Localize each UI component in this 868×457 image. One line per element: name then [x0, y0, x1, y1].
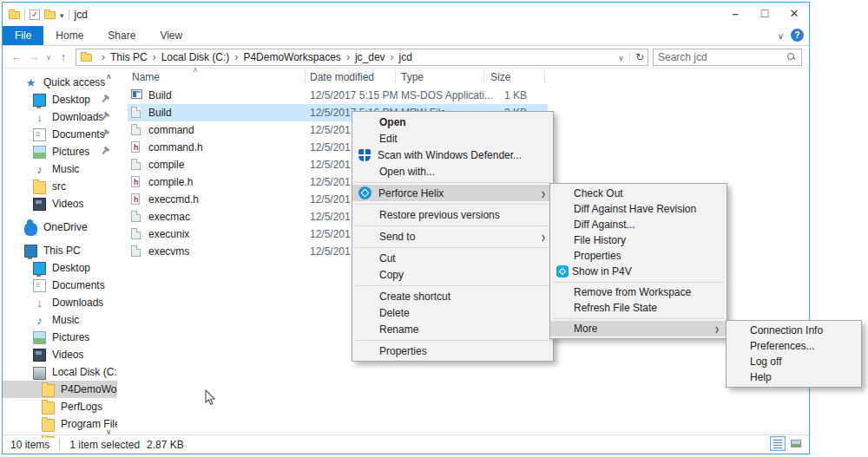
sidebar-item[interactable]: Local Disk (C:)	[3, 363, 117, 381]
breadcrumb-item[interactable]: Local Disk (C:)	[148, 51, 230, 63]
sidebar-item[interactable]: Documents	[3, 277, 117, 294]
ribbon-tab[interactable]: Share	[95, 26, 148, 45]
address-dropdown-chevron-icon[interactable]	[618, 51, 624, 63]
properties-check-icon[interactable]	[30, 10, 40, 20]
submenu-item[interactable]: Refresh File State ›	[550, 300, 727, 316]
menu-item-label: Scan with Windows Defender...	[378, 149, 522, 161]
sidebar-item[interactable]: P4DemoWorks	[3, 381, 117, 398]
ribbon-tab[interactable]: View	[148, 26, 194, 45]
refresh-icon[interactable]	[635, 51, 644, 63]
address-bar-controls	[618, 49, 644, 65]
sidebar-item[interactable]: OneDrive	[3, 219, 117, 236]
file-name: command	[148, 124, 194, 136]
context-menu-item[interactable]: Restore previous versions ›	[352, 206, 553, 223]
submenu-item[interactable]: File History ›	[550, 232, 727, 248]
sidebar-item[interactable]: Pictures	[3, 143, 117, 160]
sidebar-item[interactable]: Videos	[3, 195, 117, 212]
context-menu: Open › Edit › Scan with Windows Defender…	[352, 111, 554, 362]
address-bar[interactable]: This PC Local Disk (C:) P4DemoWorkspaces…	[76, 49, 648, 66]
context-menu-item[interactable]: Scan with Windows Defender... ›	[352, 147, 553, 163]
sidebar-item[interactable]: Pictures	[3, 329, 117, 346]
msdos-app-icon	[131, 89, 142, 99]
file-size: 1 KB	[466, 89, 527, 101]
submenu-item[interactable]: Log off ›	[727, 354, 861, 369]
column-divider[interactable]	[395, 70, 396, 83]
computer-icon	[24, 245, 37, 258]
file-date: 12/5/2017 5:15 PM	[310, 89, 398, 101]
context-menu-item[interactable]: Perforce Helix ›	[352, 185, 553, 201]
up-button[interactable]: ↑	[55, 50, 72, 63]
no-icon	[358, 306, 372, 320]
column-divider[interactable]	[305, 70, 306, 83]
submenu-item[interactable]: Preferences... ›	[727, 338, 861, 354]
customize-qat-chevron-icon[interactable]	[60, 9, 64, 21]
search-box[interactable]	[653, 49, 802, 66]
sidebar-item[interactable]: Desktop	[3, 91, 117, 108]
sidebar-item[interactable]: Desktop	[3, 259, 117, 277]
sidebar-item[interactable]: This PC	[3, 242, 117, 259]
sidebar-item[interactable]: src	[3, 178, 117, 195]
sidebar-item[interactable]: Downloads	[3, 294, 117, 311]
context-menu-item[interactable]: Rename ›	[352, 321, 553, 337]
sidebar-item[interactable]: PerfLogs	[3, 398, 117, 415]
submenu-item[interactable]: Help ›	[727, 369, 861, 385]
submenu-item[interactable]: Connection Info ›	[727, 323, 861, 338]
new-folder-icon[interactable]	[44, 11, 56, 19]
context-menu-item[interactable]: Edit ›	[352, 130, 553, 147]
sidebar-item[interactable]: Program Files	[3, 415, 117, 433]
recent-locations-chevron-icon[interactable]: ∨	[43, 53, 55, 62]
maximize-button[interactable]	[750, 3, 779, 23]
sidebar-item[interactable]: Videos	[3, 346, 117, 363]
submenu-item[interactable]: More ›	[550, 321, 727, 336]
context-menu-item[interactable]: Properties ›	[352, 343, 553, 359]
back-button[interactable]: ←	[8, 50, 25, 63]
close-button[interactable]	[779, 3, 809, 23]
context-menu-item[interactable]: Send to ›	[352, 228, 553, 245]
sidebar-item[interactable]: Documents	[3, 126, 117, 143]
breadcrumb-label: P4DemoWorkspaces	[243, 51, 341, 63]
file-icon	[131, 159, 141, 170]
ribbon-tab[interactable]: File	[3, 26, 43, 45]
submenu-item[interactable]: Remove from Workspace ›	[550, 284, 727, 300]
forward-button[interactable]: →	[25, 50, 43, 63]
column-header-size[interactable]: Size	[490, 71, 510, 83]
no-icon	[358, 115, 372, 129]
context-menu-item[interactable]: Create shortcut ›	[352, 288, 553, 304]
help-icon[interactable]: ?	[791, 29, 804, 42]
details-view-button[interactable]	[770, 436, 786, 451]
column-divider[interactable]	[544, 70, 545, 83]
minimize-button[interactable]	[720, 3, 750, 23]
video-icon	[33, 198, 46, 211]
search-input[interactable]	[658, 50, 779, 64]
no-icon	[358, 251, 372, 265]
thumbnails-view-button[interactable]	[788, 436, 804, 451]
submenu-item[interactable]: Diff Against Have Revision ›	[550, 201, 727, 217]
file-row[interactable]: Build 12/5/2017 5:15 PM MS-DOS Applicati…	[128, 87, 548, 104]
context-menu-item[interactable]: Cut ›	[352, 250, 553, 266]
submenu-item[interactable]: Properties ›	[550, 248, 727, 264]
breadcrumb-item[interactable]: This PC	[96, 51, 148, 63]
sidebar-item[interactable]: Quick access	[3, 74, 117, 91]
context-menu-item[interactable]: Copy ›	[352, 266, 553, 283]
expand-ribbon-chevron-icon[interactable]	[778, 29, 784, 42]
submenu-item[interactable]: Check Out ›	[550, 186, 727, 201]
breadcrumb-item[interactable]: jcd	[385, 51, 412, 63]
context-menu-item[interactable]: Open with... ›	[352, 163, 553, 180]
search-icon[interactable]	[787, 53, 796, 62]
sidebar-item[interactable]: Downloads	[3, 108, 117, 126]
column-header-date[interactable]: Date modified	[310, 71, 374, 83]
context-menu-item[interactable]: Delete ›	[352, 304, 553, 321]
column-header-type[interactable]: Type	[401, 71, 424, 83]
sidebar-item[interactable]: Music	[3, 311, 117, 329]
details-view-icon	[773, 440, 782, 448]
breadcrumb-item[interactable]: jc_dev	[341, 51, 385, 63]
context-menu-item[interactable]: Open ›	[352, 114, 553, 130]
submenu-item[interactable]: Diff Against... ›	[550, 217, 727, 232]
no-icon	[358, 165, 372, 179]
column-header-name[interactable]: Name	[132, 71, 160, 83]
breadcrumb-item[interactable]: P4DemoWorkspaces	[229, 51, 341, 63]
submenu-item[interactable]: Show in P4V ›	[550, 264, 727, 279]
column-divider[interactable]	[483, 70, 484, 83]
sidebar-item[interactable]: Music	[3, 160, 117, 178]
ribbon-tab[interactable]: Home	[43, 26, 95, 45]
